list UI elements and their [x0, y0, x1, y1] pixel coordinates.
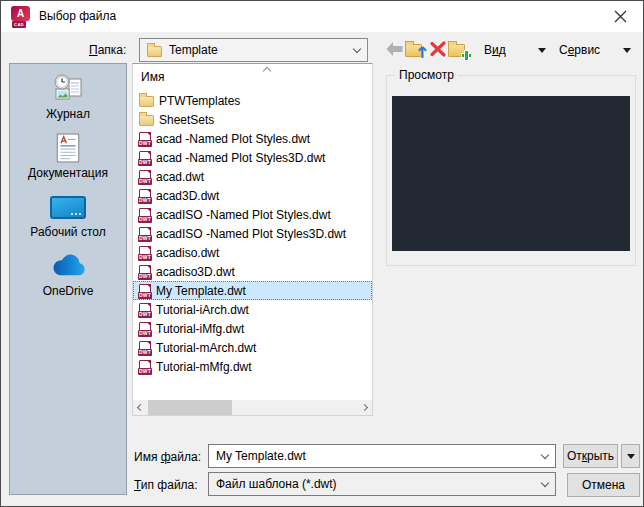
- file-name-input[interactable]: My Template.dwt: [208, 444, 556, 468]
- file-row[interactable]: DWT Tutorial-mArch.dwt: [133, 338, 372, 357]
- history-icon: [52, 72, 84, 106]
- horizontal-scrollbar[interactable]: [133, 400, 372, 415]
- back-button[interactable]: [384, 40, 404, 58]
- sidebar-item-desktop[interactable]: Рабочий стол: [10, 190, 126, 249]
- file-row[interactable]: DWT Tutorial-mMfg.dwt: [133, 357, 372, 376]
- dwt-file-icon: DWT: [139, 322, 151, 336]
- view-menu-button[interactable]: Вид: [484, 39, 546, 61]
- scroll-right-icon[interactable]: [361, 404, 368, 411]
- dwt-file-icon: DWT: [139, 170, 151, 184]
- window-title: Выбор файла: [39, 1, 116, 32]
- titlebar: A CAD Выбор файла: [1, 1, 643, 32]
- dwt-file-icon: DWT: [139, 303, 151, 317]
- documentation-icon: [55, 131, 81, 165]
- dropdown-arrow-icon: [623, 48, 631, 53]
- dwt-file-icon: DWT: [139, 132, 151, 146]
- sidebar-item-label: Рабочий стол: [30, 225, 105, 239]
- file-row[interactable]: DWT acad -Named Plot Styles3D.dwt: [133, 148, 372, 167]
- file-name: acad -Named Plot Styles.dwt: [156, 132, 310, 146]
- file-name: SheetSets: [159, 113, 214, 127]
- scroll-left-icon[interactable]: [137, 404, 144, 411]
- file-row[interactable]: DWT acad.dwt: [133, 167, 372, 186]
- dwt-file-icon: DWT: [139, 341, 151, 355]
- folder-dropdown-value: Template: [169, 43, 218, 57]
- folder-icon: [139, 115, 154, 126]
- file-name: acadISO -Named Plot Styles3D.dwt: [156, 227, 346, 241]
- dwt-file-icon: DWT: [139, 227, 151, 241]
- folder-dropdown[interactable]: Template: [139, 38, 368, 62]
- dropdown-arrow-icon: [627, 454, 635, 459]
- file-type-value: Файл шаблона (*.dwt): [216, 477, 337, 491]
- autocad-a-glyph: A: [11, 6, 30, 21]
- sidebar-item-label: Журнал: [46, 107, 90, 121]
- sidebar-item-label: OneDrive: [43, 284, 94, 298]
- scrollbar-thumb[interactable]: [148, 400, 232, 415]
- file-row[interactable]: DWT acad -Named Plot Styles.dwt: [133, 129, 372, 148]
- preview-canvas: [392, 96, 630, 251]
- cancel-button[interactable]: Отмена: [567, 473, 640, 497]
- close-button[interactable]: [597, 1, 643, 32]
- dwt-file-icon: DWT: [139, 360, 151, 374]
- delete-x-icon: [429, 40, 447, 58]
- view-menu-label: Вид: [484, 43, 506, 57]
- file-name: acadiso.dwt: [156, 246, 219, 260]
- new-folder-button[interactable]: [448, 38, 470, 59]
- close-icon: [614, 10, 627, 23]
- file-row[interactable]: DWT acadISO -Named Plot Styles3D.dwt: [133, 224, 372, 243]
- folder-label: Папка:: [89, 43, 126, 57]
- up-arrow-icon: [417, 45, 428, 59]
- places-sidebar: Журнал Документация Рабочий стол: [9, 63, 127, 495]
- file-row[interactable]: DWT Tutorial-iMfg.dwt: [133, 319, 372, 338]
- file-row[interactable]: DWT acadiso.dwt: [133, 243, 372, 262]
- open-button[interactable]: Открыть: [563, 444, 618, 468]
- file-row[interactable]: DWT acadiso3D.dwt: [133, 262, 372, 281]
- tools-menu-label: Сервис: [559, 43, 600, 57]
- file-name: PTWTemplates: [159, 94, 240, 108]
- autocad-logo-icon: A CAD: [11, 6, 30, 28]
- chevron-down-icon: [541, 478, 549, 486]
- file-rows: PTWTemplates SheetSets DWT acad -Named P…: [133, 91, 372, 376]
- chevron-down-icon: [541, 450, 549, 458]
- file-name: acad -Named Plot Styles3D.dwt: [156, 151, 325, 165]
- file-row[interactable]: DWT acadISO -Named Plot Styles.dwt: [133, 205, 372, 224]
- file-name: acad.dwt: [156, 170, 204, 184]
- file-list: Имя PTWTemplates SheetSets DWT acad -Nam…: [132, 63, 373, 416]
- open-dropdown-button[interactable]: [621, 444, 640, 468]
- file-name: acadiso3D.dwt: [156, 265, 235, 279]
- sidebar-item-documentation[interactable]: Документация: [10, 131, 126, 190]
- folder-icon: [147, 46, 162, 57]
- dwt-file-icon: DWT: [139, 246, 151, 260]
- file-type-dropdown[interactable]: Файл шаблона (*.dwt): [208, 472, 556, 496]
- file-row-selected[interactable]: DWT My Template.dwt: [133, 281, 372, 300]
- dwt-file-icon: DWT: [139, 151, 151, 165]
- desktop-icon: [50, 190, 86, 224]
- file-name: Tutorial-iMfg.dwt: [156, 322, 244, 336]
- sidebar-item-onedrive[interactable]: OneDrive: [10, 249, 126, 308]
- delete-button[interactable]: [428, 39, 447, 58]
- file-select-dialog: A CAD Выбор файла Папка: Template: [0, 0, 644, 507]
- preview-group: Просмотр: [386, 75, 636, 266]
- tools-menu-button[interactable]: Сервис: [559, 39, 631, 61]
- dwt-file-icon: DWT: [139, 189, 151, 203]
- dwt-file-icon: DWT: [139, 284, 151, 298]
- sidebar-item-history[interactable]: Журнал: [10, 72, 126, 131]
- file-row[interactable]: DWT acad3D.dwt: [133, 186, 372, 205]
- back-arrow-icon: [385, 41, 404, 57]
- autocad-cad-badge: CAD: [12, 21, 26, 28]
- file-name: Tutorial-iArch.dwt: [156, 303, 249, 317]
- sidebar-item-label: Документация: [28, 166, 108, 180]
- file-row[interactable]: DWT Tutorial-iArch.dwt: [133, 300, 372, 319]
- plus-icon: [462, 51, 471, 60]
- file-name-label: Имя файла:: [134, 450, 201, 464]
- dropdown-arrow-icon: [538, 48, 546, 53]
- chevron-down-icon: [353, 44, 361, 52]
- onedrive-icon: [49, 249, 87, 283]
- file-row[interactable]: PTWTemplates: [133, 91, 372, 110]
- up-one-level-button[interactable]: [405, 38, 427, 59]
- file-row[interactable]: SheetSets: [133, 110, 372, 129]
- column-header-name[interactable]: Имя: [141, 70, 164, 84]
- file-name: Tutorial-mArch.dwt: [156, 341, 256, 355]
- dwt-file-icon: DWT: [139, 265, 151, 279]
- sort-ascending-icon: [263, 67, 271, 75]
- file-name: acadISO -Named Plot Styles.dwt: [156, 208, 331, 222]
